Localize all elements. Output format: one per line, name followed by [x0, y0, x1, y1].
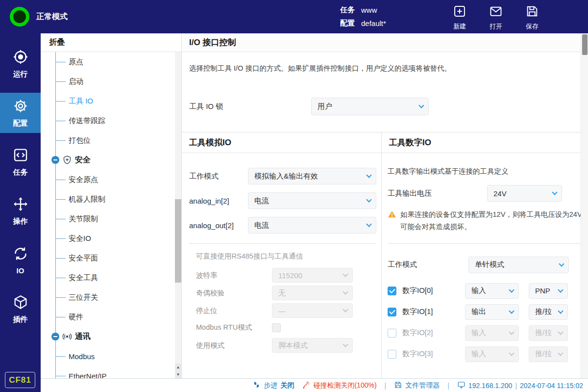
tree-item-packing-position[interactable]: 打包位 — [41, 131, 181, 150]
network-icon — [457, 381, 466, 391]
io-panels: 工具模拟IO 工作模式 模拟输入&输出有效 analog_in[2] 电流 — [182, 132, 581, 378]
use-mode-label: 使用模式 — [196, 341, 272, 350]
tree-item-ethernet-ip[interactable]: EtherNet/IP — [41, 366, 181, 378]
digital-io-0-mode-select[interactable]: PNP — [529, 283, 568, 299]
chevron-down-icon — [366, 172, 371, 178]
digital-io-row-1: 数字IO[1] 输出 推/拉 — [388, 304, 583, 320]
chevron-down-icon — [366, 221, 371, 227]
analog-panel-title: 工具模拟IO — [182, 132, 381, 153]
analog-work-mode-select[interactable]: 模拟输入&输出有效 — [248, 168, 376, 184]
analog-in-select[interactable]: 电流 — [248, 192, 376, 209]
ip-address: 192.168.1.200 — [468, 382, 513, 390]
chevron-down-icon — [418, 103, 424, 108]
digital-io-0-direction-select[interactable]: 输入 — [465, 283, 519, 299]
tree-item-joint-limits[interactable]: 关节限制 — [41, 209, 181, 229]
chevron-down-icon — [558, 287, 563, 292]
digital-io-1-direction-select[interactable]: 输出 — [465, 304, 519, 320]
chevron-down-icon — [552, 189, 557, 195]
cube-icon — [13, 294, 28, 312]
voltage-warning: 如果连接的设备仅支持配置为12V，则将工具电压设为24V可能会对其造成损坏。 — [388, 209, 583, 234]
rs485-section: 可直接使用RS485接口与工具通信 波特率 115200 奇偶校验 无 — [189, 252, 376, 353]
topbar: 正常模式 任务 www 配置 default* 新建 打开 保存 — [0, 0, 588, 33]
sidebar-item-plugin[interactable]: 插件 — [0, 285, 41, 334]
statusbar: 步进 关闭 碰撞检测关闭(100%) | 文件管理器 | 192.168.1.2… — [41, 378, 588, 392]
signal-icon — [62, 332, 72, 341]
tree-group-communication[interactable]: 通讯 — [41, 327, 181, 346]
statusbar-separator: | — [447, 382, 449, 390]
tree-scrollbar[interactable]: ▲ ▼ — [175, 52, 181, 378]
tree-item-tool-io[interactable]: 工具 IO — [41, 91, 181, 111]
analog-out-select[interactable]: 电流 — [248, 217, 376, 234]
step-status[interactable]: 步进 关闭 — [252, 381, 294, 391]
digital-io-1-mode-select[interactable]: 推/拉 — [529, 304, 568, 320]
tree-group-safety[interactable]: 安全 — [41, 150, 181, 170]
network-status[interactable]: 192.168.1.200 | 2024-07-04 11:15:02 — [457, 381, 583, 391]
chevron-down-icon — [366, 197, 371, 202]
rs485-note: 可直接使用RS485接口与工具通信 — [196, 252, 376, 261]
tree-item-safety-home[interactable]: 安全原点 — [41, 170, 181, 189]
sync-icon — [13, 246, 28, 263]
tree-item-hardware[interactable]: 硬件 — [41, 307, 181, 327]
tree-item-robot-limits[interactable]: 机器人限制 — [41, 189, 181, 209]
chevron-down-icon — [509, 350, 514, 356]
open-icon — [489, 4, 503, 20]
digital-io-row-0: 数字IO[0] 输入 PNP — [388, 283, 583, 299]
tree-item-safety-io[interactable]: 安全IO — [41, 229, 181, 248]
digital-io-1-checkbox[interactable] — [388, 308, 396, 316]
file-manager-icon — [394, 381, 402, 391]
warning-text: 如果连接的设备仅支持配置为12V，则将工具电压设为24V可能会对其造成损坏。 — [400, 209, 583, 234]
tree-item-conveyor-tracking[interactable]: 传送带跟踪 — [41, 111, 181, 131]
scroll-down-icon[interactable]: ▼ — [175, 371, 181, 378]
digital-io-3-mode-select: 推/拉 — [529, 346, 568, 362]
mode-label: 正常模式 — [36, 12, 68, 22]
tree-item-modbus[interactable]: Modbus — [41, 346, 181, 366]
shield-icon — [62, 155, 72, 165]
collapse-bullet-icon[interactable] — [51, 156, 59, 164]
collapse-bullet-icon[interactable] — [51, 333, 59, 340]
open-button[interactable]: 打开 — [489, 4, 503, 31]
sidebar-item-task[interactable]: 任务 — [0, 137, 41, 186]
modbus-rtu-label: Modbus RTU模式 — [196, 323, 272, 332]
tree-item-three-position-switch[interactable]: 三位开关 — [41, 287, 181, 307]
tree-item-safety-planes[interactable]: 安全平面 — [41, 248, 181, 268]
use-mode-select: 脚本模式 — [272, 338, 353, 353]
sidebar-item-operate[interactable]: 操作 — [0, 186, 41, 235]
robot-mode-status[interactable]: 正常模式 — [10, 7, 68, 26]
chevron-down-icon — [558, 329, 563, 335]
section-divider — [189, 243, 376, 244]
new-button[interactable]: 新建 — [453, 4, 466, 31]
digital-io-3-checkbox[interactable] — [388, 350, 396, 359]
save-button[interactable]: 保存 — [525, 4, 539, 31]
save-icon — [525, 4, 539, 20]
digital-io-2-checkbox[interactable] — [388, 329, 396, 338]
main-scrollbar-thumb[interactable] — [582, 34, 588, 55]
tree-collapse-header[interactable]: 折叠 — [41, 33, 181, 52]
digital-io-0-checkbox[interactable] — [388, 287, 396, 295]
robot-status-indicator-icon[interactable] — [10, 7, 29, 26]
collision-icon — [302, 381, 310, 391]
tool-voltage-label: 工具输出电压 — [388, 189, 487, 198]
digital-work-mode-select[interactable]: 单针模式 — [468, 257, 569, 273]
sidebar-item-run[interactable]: 运行 — [0, 39, 41, 88]
main-scrollbar[interactable] — [581, 33, 588, 378]
task-value: www — [361, 6, 377, 14]
sidebar-item-config[interactable]: 配置 — [0, 93, 41, 133]
chevron-down-icon — [343, 307, 348, 312]
chevron-down-icon — [558, 350, 563, 356]
digital-io-row-2: 数字IO[2] 输入 推/拉 — [388, 325, 583, 341]
scroll-up-icon[interactable]: ▲ — [175, 364, 181, 371]
chevron-down-icon — [343, 341, 348, 347]
sidebar-item-io[interactable]: IO — [0, 235, 41, 285]
baud-rate-label: 波特率 — [196, 271, 272, 280]
analog-in-label: analog_in[2] — [189, 197, 248, 205]
file-manager-button[interactable]: 文件管理器 — [394, 381, 440, 391]
tree-scrollbar-thumb[interactable] — [175, 199, 181, 283]
tool-voltage-select[interactable]: 24V — [487, 185, 562, 202]
tool-io-lock-select[interactable]: 用户 — [311, 98, 429, 115]
digital-work-mode-label: 工作模式 — [388, 260, 468, 269]
section-divider — [388, 243, 583, 244]
tree-item-startup[interactable]: 启动 — [41, 72, 181, 91]
tree-item-origin[interactable]: 原点 — [41, 52, 181, 72]
collision-detection-status[interactable]: 碰撞检测关闭(100%) — [302, 381, 376, 391]
tree-item-safety-tool[interactable]: 安全工具 — [41, 268, 181, 287]
